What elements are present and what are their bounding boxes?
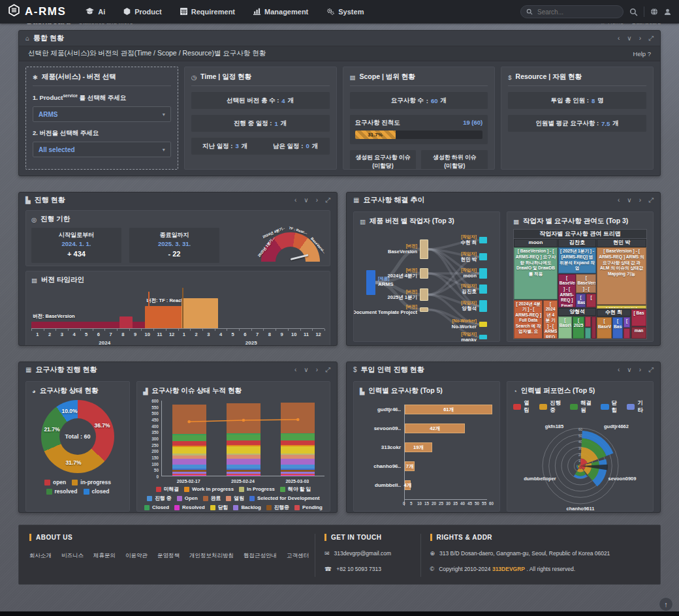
collapse-right-icon[interactable]: › [316,366,318,374]
treemap-cell[interactable] [585,328,591,339]
treemap-group-header[interactable]: 김찬호 [558,239,596,247]
accent-bar [430,534,432,541]
expand-icon[interactable]: ⤢ [648,196,654,204]
footer-link[interactable]: 제휴문의 [93,552,116,560]
treemap-cell[interactable] [592,316,597,339]
footer-phone[interactable]: +82 10 5093 7313 [336,566,381,572]
legend-item: Closed [144,504,169,511]
expand-icon[interactable]: ⤢ [325,196,330,204]
treemap-cell[interactable]: man [631,327,646,339]
treemap-cell[interactable] [585,316,591,328]
sankey-worker-node[interactable] [479,253,487,260]
collapse-left-icon[interactable]: ‹ [294,366,296,374]
treemap-cell[interactable]: [ 2024 년 4분 기 ] - [ ARMS- REQ ] [543,300,558,339]
resource-stat-row: 투입 총 인원 :8명 [508,92,646,109]
treemap-cell[interactable]: [ 2025 [573,316,585,339]
expand-icon[interactable]: ⤢ [648,35,654,42]
sankey-worker-node[interactable] [479,300,487,312]
treemap-cell[interactable]: [ BaseVersion ] - [ ARMS-REQ ] ARMS 의 요구… [597,247,646,305]
treemap-cell[interactable] [624,328,630,339]
treemap-group-header[interactable]: 양형석 [558,308,596,316]
caret-down-icon: ▾ [163,147,165,153]
collapse-right-icon[interactable]: › [639,366,641,374]
footer-link[interactable]: 개인정보처리방침 [189,552,234,560]
timeline-month-label: 4 [68,331,80,337]
footer-link[interactable]: 이용약관 [125,552,148,560]
treemap-cell[interactable]: [ 2025년 1분기 ] - [ARMS-REQ] 범위분석 Expand 작… [558,247,596,273]
treemap-cell[interactable]: [ Bas [631,309,646,326]
chevron-down-icon[interactable]: ∨ [304,366,308,374]
hbar-bar[interactable]: 61개 [405,405,492,414]
footer-brand-link[interactable]: 313DEVGRP [492,566,525,572]
collapse-left-icon[interactable]: ‹ [618,35,620,42]
y-axis-tick-label: 150 [143,455,159,460]
version-timeline-card: ▤ 버전 타임라인 123456789101112123456789101112… [25,271,330,346]
footer-email[interactable]: 313devgrp@gmail.com [334,550,392,557]
hbar-bar[interactable]: 42개 [405,424,465,433]
sankey-worker-node[interactable] [479,268,487,279]
footer-link[interactable]: 비즈니스 [61,552,84,560]
sankey-worker-node[interactable] [479,322,487,327]
collapse-left-icon[interactable]: ‹ [294,196,296,204]
stacked-bar[interactable] [172,405,206,476]
search-submit-icon[interactable] [629,8,638,16]
sankey-worker-node[interactable] [479,335,487,339]
collapse-left-icon[interactable]: ‹ [618,366,620,374]
search-box[interactable] [520,5,624,18]
list-icon: ▤ [31,277,37,284]
app-logo[interactable]: A-RMS [8,4,66,20]
nav-item-ai[interactable]: Ai [86,8,105,16]
collapse-right-icon[interactable]: › [639,196,641,204]
expand-icon[interactable]: ⤢ [325,366,330,374]
nav-item-requirement[interactable]: Requirement [180,8,235,16]
collapse-right-icon[interactable]: › [316,196,318,204]
legend-item: Open [177,495,198,502]
timeline-month-label: 12 [166,331,178,337]
legend-item: closed [84,488,110,495]
product-select[interactable]: ARMS ▾ [33,106,171,122]
chevron-down-icon[interactable]: ∨ [627,35,631,42]
treemap-cell[interactable]: [ [586,294,596,308]
stacked-bar[interactable] [227,403,261,476]
footer-link[interactable]: 웹접근성안내 [244,552,277,560]
back-to-top-button[interactable]: ↑ [659,597,673,611]
treemap-cell[interactable]: [ BaseVersion ] - [ ARMS-REQ ] 요구사항 하나하나… [514,247,558,300]
footer-link[interactable]: 고객센터 [287,552,309,560]
hbar-bar[interactable]: 7개 [405,461,415,471]
nav-item-system[interactable]: System [326,8,364,16]
treemap-cell[interactable]: [ BaseVer [597,317,612,339]
collapse-right-icon[interactable]: › [639,35,641,42]
chevron-down-icon[interactable]: ∨ [304,196,308,204]
bar-segment [227,459,261,465]
footer-link[interactable]: 회사소개 [29,552,52,560]
treemap-cell[interactable]: [ Base [612,317,623,339]
nav-item-management[interactable]: Management [253,8,308,16]
version-select[interactable]: All selected ▾ [33,142,171,157]
chevron-down-icon[interactable]: ∨ [627,196,631,204]
treemap-group-header[interactable]: moon [514,239,558,247]
treemap-group-header[interactable]: 현민 박 [597,239,646,247]
treemap-cell[interactable]: [ 2024년 4분기 ] - [ ARMS-REQ ] Full Data S… [514,300,543,339]
treemap-cell[interactable]: [ 2024년 4분기 ] [597,305,646,309]
search-input[interactable] [536,8,618,16]
collapse-left-icon[interactable]: ‹ [618,196,620,204]
hbar-bar[interactable]: 19개 [405,442,432,452]
stacked-bar[interactable] [281,403,315,476]
expand-icon[interactable]: ⤢ [648,366,654,374]
stat-value: 7.5 [601,120,610,127]
sankey-worker-node[interactable] [479,285,487,294]
globe-icon[interactable] [650,8,658,16]
help-link[interactable]: Help ? [633,50,651,57]
sankey-worker-node[interactable] [479,237,487,243]
hbar-bar[interactable]: 4개 [405,480,411,490]
treemap-cell[interactable]: [ BaseV [576,294,586,308]
chevron-down-icon[interactable]: ∨ [627,366,631,374]
user-icon[interactable] [664,8,671,16]
treemap-cell[interactable]: [ BaseVe [558,316,572,339]
treemap-cell[interactable]: [ [624,317,630,328]
treemap-group-header[interactable]: 수현 최 [597,309,631,317]
nav-item-product[interactable]: Product [123,8,162,16]
treemap-cell[interactable]: [ BaseVers ] - [ ARMS-REQ ] Email 발 [558,274,576,307]
footer-link[interactable]: 운영정책 [157,552,180,560]
treemap-cell[interactable]: [ BaseVersio ] - [ [576,274,596,293]
